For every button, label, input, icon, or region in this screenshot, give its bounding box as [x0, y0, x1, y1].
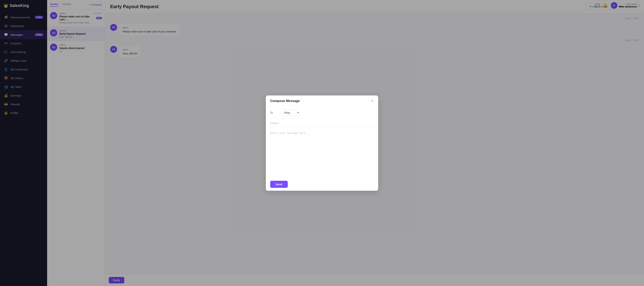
- modal-close-button[interactable]: ✕: [371, 99, 374, 103]
- compose-modal: Compose Message ✕ To Shop Admin Team Sen…: [266, 95, 378, 191]
- message-textarea[interactable]: [270, 130, 374, 173]
- send-button[interactable]: Send: [270, 181, 288, 188]
- to-label: To: [270, 111, 279, 114]
- to-row: To Shop Admin Team: [270, 110, 374, 116]
- divider-1: [270, 118, 374, 118]
- modal-body: To Shop Admin Team: [266, 106, 378, 178]
- to-select[interactable]: Shop Admin Team: [282, 110, 300, 116]
- modal-title: Compose Message: [270, 99, 300, 103]
- modal-header: Compose Message ✕: [266, 95, 378, 106]
- modal-overlay[interactable]: Compose Message ✕ To Shop Admin Team Sen…: [0, 0, 644, 286]
- modal-footer: Send: [266, 178, 378, 191]
- subject-input[interactable]: [270, 120, 374, 127]
